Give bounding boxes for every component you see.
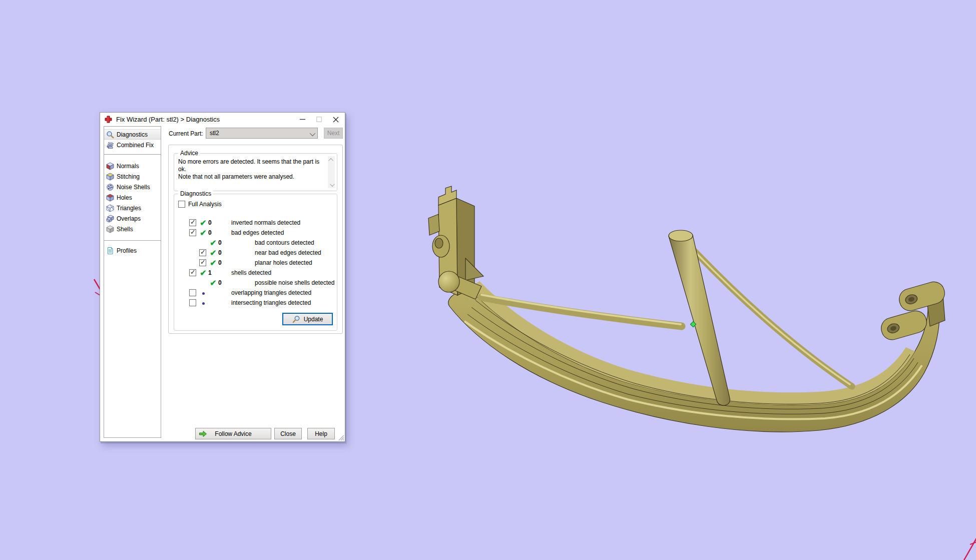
- help-button[interactable]: Help: [307, 428, 335, 439]
- sidebar-item-stitching[interactable]: Stitching: [104, 171, 161, 182]
- next-button-label: Next: [327, 130, 340, 137]
- desktop-background: Fix Wizard (Part: stl2) > Diagnostics: [0, 0, 976, 560]
- current-part-value: stl2: [210, 130, 219, 137]
- sidebar-item-label: Combined Fix: [117, 142, 154, 149]
- row-label: planar holes detected: [255, 259, 312, 266]
- checkbox-inverted-normals[interactable]: [189, 219, 196, 226]
- row-count: 0: [218, 259, 226, 266]
- ok-check-icon: [208, 238, 218, 248]
- full-analysis-label: Full Analysis: [188, 201, 222, 208]
- sidebar-item-label: Shells: [117, 226, 133, 233]
- sidebar-item-diagnostics[interactable]: Diagnostics: [104, 129, 161, 140]
- pending-dot-icon: [198, 299, 208, 306]
- diagnostic-row: 0 inverted normals detected: [174, 218, 337, 228]
- fix-wizard-dialog: Fix Wizard (Part: stl2) > Diagnostics: [100, 112, 345, 442]
- row-count: 0: [218, 239, 226, 246]
- sidebar-item-label: Profiles: [117, 247, 137, 254]
- gray-cube-icon: [106, 225, 114, 233]
- checkbox-full-analysis[interactable]: [178, 201, 185, 208]
- diagnostics-rows: 0 inverted normals detected 0 bad edges …: [174, 218, 337, 308]
- current-part-label: Current Part:: [169, 130, 203, 137]
- scroll-down-button[interactable]: [328, 181, 335, 188]
- model-left-bracket: [428, 186, 483, 299]
- overlapping-cubes-icon: [106, 215, 114, 223]
- sidebar-separator: [104, 154, 161, 155]
- row-label: possible noise shells detected: [255, 279, 334, 286]
- ok-check-icon: [198, 268, 208, 278]
- row-count: 0: [218, 279, 226, 286]
- minimize-button[interactable]: [294, 113, 311, 126]
- advice-group: Advice No more errors are detected. It s…: [174, 153, 337, 191]
- close-icon: [333, 117, 339, 123]
- row-count: 1: [208, 269, 216, 276]
- ruler-line-red: [963, 536, 976, 560]
- checkbox-planar-holes[interactable]: [199, 259, 206, 266]
- next-button[interactable]: Next: [324, 128, 343, 139]
- pending-dot-icon: [198, 289, 208, 296]
- sidebar-item-normals[interactable]: Normals: [104, 161, 161, 171]
- maximize-button[interactable]: [311, 113, 327, 126]
- row-label: bad contours detected: [255, 239, 314, 246]
- row-count: 0: [208, 229, 216, 236]
- close-button[interactable]: [327, 113, 344, 126]
- diagnostic-row: intersecting triangles detected: [174, 298, 337, 308]
- sidebar-item-holes[interactable]: Holes: [104, 192, 161, 203]
- diagnostics-group: Diagnostics Full Analysis 0 inverted nor…: [174, 194, 337, 331]
- advice-scrollbar[interactable]: [328, 156, 335, 188]
- row-label: near bad edges detected: [255, 249, 321, 256]
- magnifier-icon: [292, 315, 300, 323]
- sidebar-item-triangles[interactable]: Triangles: [104, 203, 161, 213]
- diagnostic-row: 0 near bad edges detected: [174, 248, 337, 258]
- sidebar-item-overlaps[interactable]: Overlaps: [104, 213, 161, 224]
- close-dialog-button[interactable]: Close: [274, 428, 302, 439]
- row-count: 0: [208, 219, 216, 226]
- cube-red-top-icon: [106, 194, 114, 202]
- magnifier-icon: [106, 131, 114, 139]
- ok-check-icon: [208, 248, 218, 258]
- dotted-sphere-icon: [106, 183, 114, 191]
- sidebar-item-label: Holes: [117, 194, 132, 201]
- diagnostic-row: 1 shells detected: [174, 268, 337, 278]
- help-button-label: Help: [315, 430, 327, 437]
- resize-grip[interactable]: [337, 434, 344, 441]
- ok-check-icon: [198, 228, 208, 238]
- stacked-cubes-icon: [106, 141, 114, 149]
- diagnostic-row: overlapping triangles detected: [174, 288, 337, 298]
- dialog-title: Fix Wizard (Part: stl2) > Diagnostics: [116, 116, 220, 123]
- update-button[interactable]: Update: [282, 313, 333, 325]
- sidebar-item-noise-shells[interactable]: Noise Shells: [104, 182, 161, 192]
- diagnostic-row: 0 bad edges detected: [174, 228, 337, 238]
- wireframe-cube-icon: [106, 204, 114, 212]
- row-count: 0: [218, 249, 226, 256]
- sidebar-item-profiles[interactable]: Profiles: [104, 245, 161, 256]
- ok-check-icon: [208, 258, 218, 268]
- row-label: intersecting triangles detected: [231, 299, 311, 306]
- checkbox-shells[interactable]: [189, 269, 196, 276]
- close-button-label: Close: [280, 430, 296, 437]
- checkbox-bad-edges[interactable]: [189, 229, 196, 236]
- sidebar-item-label: Diagnostics: [117, 131, 148, 138]
- current-part-select[interactable]: stl2: [206, 128, 318, 139]
- row-label: shells detected: [231, 269, 271, 276]
- document-icon: [106, 247, 114, 255]
- sidebar-item-combined-fix[interactable]: Combined Fix: [104, 140, 161, 150]
- sidebar-item-shells[interactable]: Shells: [104, 224, 161, 234]
- advice-group-title: Advice: [178, 150, 200, 157]
- sidebar-item-label: Overlaps: [117, 215, 141, 222]
- chevron-down-icon: [310, 131, 315, 136]
- row-label: inverted normals detected: [231, 219, 300, 226]
- minimize-icon: [300, 117, 305, 122]
- row-label: overlapping triangles detected: [231, 289, 311, 296]
- follow-advice-button[interactable]: Follow Advice: [195, 428, 271, 439]
- wizard-main-panel: Advice No more errors are detected. It s…: [168, 145, 343, 334]
- checkbox-intersecting-triangles[interactable]: [189, 299, 196, 306]
- checkbox-near-bad-edges[interactable]: [199, 249, 206, 256]
- dialog-titlebar[interactable]: Fix Wizard (Part: stl2) > Diagnostics: [100, 113, 345, 126]
- checkbox-overlapping-triangles[interactable]: [189, 289, 196, 296]
- diagnostic-row: 0 bad contours detected: [174, 238, 337, 248]
- chevron-down-icon: [329, 182, 334, 187]
- row-label: bad edges detected: [231, 229, 284, 236]
- sidebar-item-label: Noise Shells: [117, 184, 150, 191]
- scroll-up-button[interactable]: [328, 156, 335, 163]
- diagnostic-row: 0 planar holes detected: [174, 258, 337, 268]
